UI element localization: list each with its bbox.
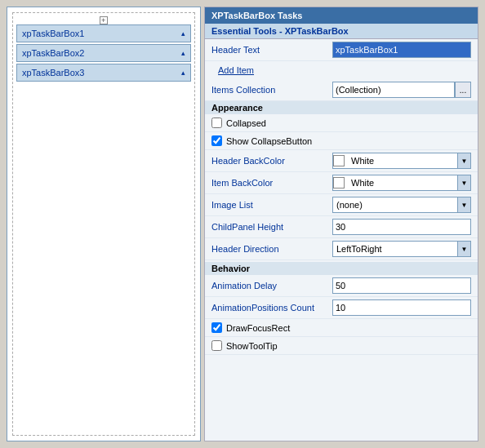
- taskbar-item-3-label: xpTaskBarBox3: [22, 68, 84, 78]
- item-backcolor-value: White: [348, 177, 457, 189]
- header-backcolor-label: Header BackColor: [211, 156, 332, 166]
- appearance-section-header: Appearance: [205, 101, 478, 114]
- items-collection-row: Items Collection ...: [205, 79, 478, 101]
- taskbar-item-2[interactable]: xpTaskBarBox2 ▴: [16, 44, 191, 62]
- draw-focus-rect-label: DrawFocusRect: [226, 323, 290, 333]
- image-list-row: Image List (none) ▼: [205, 194, 478, 216]
- header-text-input[interactable]: [332, 42, 471, 58]
- show-collapse-button-checkbox[interactable]: [211, 135, 222, 146]
- animation-positions-row: AnimationPositions Count: [205, 297, 478, 319]
- item-backcolor-dropdown-arrow[interactable]: ▼: [457, 175, 470, 190]
- show-tooltip-label: ShowToolTip: [226, 341, 278, 351]
- animation-delay-control: [332, 277, 471, 294]
- items-collection-input[interactable]: [332, 82, 455, 98]
- right-panel: XPTaskBarBox Tasks Essential Tools - XPT…: [204, 7, 478, 441]
- header-backcolor-select[interactable]: White ▼: [332, 153, 471, 169]
- animation-delay-label: Animation Delay: [211, 281, 332, 291]
- taskbar-item-2-label: xpTaskBarBox2: [22, 48, 84, 58]
- add-item-link[interactable]: Add Item: [211, 63, 471, 78]
- header-direction-dropdown-arrow[interactable]: ▼: [457, 242, 470, 256]
- show-collapse-button-row: Show CollapseButton: [205, 132, 478, 150]
- taskbar-arrow-2: ▴: [181, 49, 185, 57]
- draw-focus-rect-checkbox[interactable]: [211, 322, 222, 333]
- header-backcolor-value: White: [348, 155, 457, 166]
- animation-positions-input[interactable]: [332, 299, 471, 316]
- childpanel-height-label: ChildPanel Height: [211, 222, 332, 232]
- taskbar-item-1[interactable]: xpTaskBarBox1 ▴: [16, 24, 191, 42]
- item-backcolor-row: Item BackColor White ▼: [205, 172, 478, 194]
- resize-handle[interactable]: [100, 16, 108, 24]
- taskbar-arrow-1: ▴: [181, 29, 185, 38]
- image-list-value: (none): [333, 199, 457, 211]
- header-backcolor-control: White ▼: [332, 153, 471, 169]
- item-backcolor-swatch: [333, 177, 345, 189]
- collapsed-checkbox[interactable]: [211, 118, 222, 128]
- animation-positions-label: AnimationPositions Count: [211, 303, 332, 313]
- header-text-control: [332, 42, 471, 58]
- image-list-dropdown-arrow[interactable]: ▼: [457, 197, 470, 212]
- childpanel-height-row: ChildPanel Height: [205, 216, 478, 238]
- header-backcolor-dropdown-arrow[interactable]: ▼: [457, 153, 470, 168]
- behavior-section-header: Behavior: [205, 262, 478, 275]
- collapsed-row: Collapsed: [205, 114, 478, 132]
- panel-title: XPTaskBarBox Tasks: [205, 7, 478, 24]
- designer-surface: xpTaskBarBox1 ▴ xpTaskBarBox2 ▴ xpTaskBa…: [12, 12, 195, 436]
- taskbar-arrow-3: ▴: [181, 69, 185, 77]
- header-backcolor-row: Header BackColor White ▼: [205, 150, 478, 172]
- header-direction-value: LeftToRight: [333, 243, 457, 255]
- section-header: Essential Tools - XPTaskBarBox: [205, 24, 478, 39]
- image-list-label: Image List: [211, 200, 332, 210]
- header-backcolor-swatch: [333, 155, 345, 166]
- item-backcolor-label: Item BackColor: [211, 178, 332, 188]
- header-direction-select[interactable]: LeftToRight ▼: [332, 241, 471, 257]
- childpanel-height-input[interactable]: [332, 219, 471, 235]
- show-collapse-button-label: Show CollapseButton: [226, 136, 312, 146]
- header-direction-label: Header Direction: [211, 244, 332, 254]
- add-item-row: Add Item: [205, 61, 478, 79]
- header-direction-control: LeftToRight ▼: [332, 241, 471, 257]
- section-header-text: Essential Tools - XPTaskBarBox: [211, 26, 349, 36]
- item-backcolor-control: White ▼: [332, 175, 471, 191]
- image-list-select[interactable]: (none) ▼: [332, 197, 471, 213]
- image-list-control: (none) ▼: [332, 197, 471, 213]
- draw-focus-rect-row: DrawFocusRect: [205, 319, 478, 337]
- animation-delay-input[interactable]: [332, 277, 471, 294]
- item-backcolor-select[interactable]: White ▼: [332, 175, 471, 191]
- childpanel-height-control: [332, 219, 471, 235]
- collection-browse-button[interactable]: ...: [455, 82, 471, 98]
- panel-title-text: XPTaskBarBox Tasks: [211, 11, 302, 20]
- collapsed-label: Collapsed: [226, 118, 266, 128]
- animation-delay-row: Animation Delay: [205, 275, 478, 297]
- taskbar-item-3[interactable]: xpTaskBarBox3 ▴: [16, 64, 191, 82]
- left-panel: xpTaskBarBox1 ▴ xpTaskBarBox2 ▴ xpTaskBa…: [7, 7, 201, 441]
- items-collection-label: Items Collection: [211, 85, 332, 95]
- taskbar-item-1-label: xpTaskBarBox1: [22, 29, 84, 38]
- header-text-row: Header Text: [205, 39, 478, 61]
- header-text-label: Header Text: [211, 45, 332, 55]
- items-collection-control: ...: [332, 82, 471, 98]
- header-direction-row: Header Direction LeftToRight ▼: [205, 238, 478, 260]
- animation-positions-control: [332, 299, 471, 316]
- show-tooltip-checkbox[interactable]: [211, 340, 222, 351]
- show-tooltip-row: ShowToolTip: [205, 337, 478, 355]
